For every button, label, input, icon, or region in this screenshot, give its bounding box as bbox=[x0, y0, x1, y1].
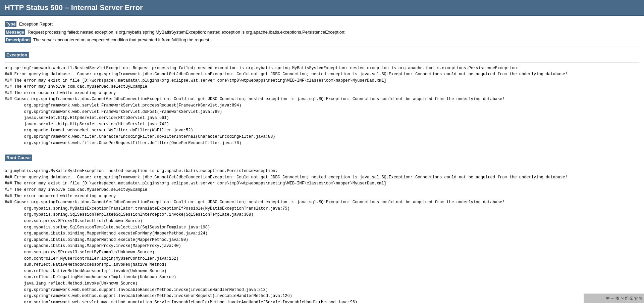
taskbar-text: 中 ← 图 习 即 ② 管 管 bbox=[606, 296, 643, 301]
divider-3 bbox=[5, 149, 639, 149]
root-cause-section: Root Cause org.mybatis.spring.MyBatisSys… bbox=[5, 152, 639, 303]
divider-4 bbox=[5, 165, 639, 165]
exception-trace: org.springframework.web.util.NestedServl… bbox=[5, 65, 639, 146]
header-bar: HTTP Status 500 – Internal Server Error bbox=[0, 0, 644, 16]
description-value: The server encountered an unexpected con… bbox=[33, 37, 210, 42]
divider-2 bbox=[5, 62, 639, 62]
root-cause-label: Root Cause bbox=[5, 155, 32, 161]
message-value: Request processing failed; nested except… bbox=[28, 30, 345, 35]
exception-label: Exception bbox=[5, 52, 29, 58]
exception-section: Exception org.springframework.web.util.N… bbox=[5, 49, 639, 146]
page-title: HTTP Status 500 – Internal Server Error bbox=[5, 3, 639, 12]
content-area: Type Exception Report Message Request pr… bbox=[0, 16, 644, 303]
description-label: Description bbox=[5, 37, 31, 43]
type-row: Type Exception Report bbox=[5, 21, 639, 28]
taskbar: 中 ← 图 习 即 ② 管 管 bbox=[584, 294, 644, 303]
description-row: Description The server encountered an un… bbox=[5, 37, 639, 43]
divider-1 bbox=[5, 46, 639, 46]
message-label: Message bbox=[5, 29, 25, 35]
type-value: Exception Report bbox=[19, 21, 53, 27]
root-cause-trace: org.mybatis.spring.MyBatisSystemExceptio… bbox=[5, 168, 639, 303]
message-row: Message Request processing failed; neste… bbox=[5, 29, 639, 36]
type-label: Type bbox=[5, 21, 16, 27]
